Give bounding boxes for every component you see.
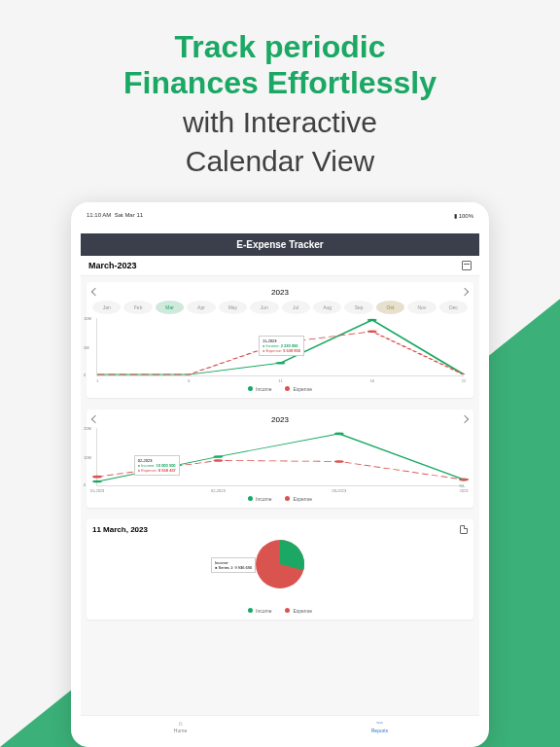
month-chip[interactable]: Jul bbox=[282, 301, 310, 314]
legend: Income Expense bbox=[92, 386, 468, 392]
chevron-left-icon[interactable] bbox=[91, 415, 99, 423]
month-chip-active[interactable]: Mar bbox=[156, 301, 184, 314]
card-daily-chart: 2023 Jan Feb Mar Apr May Jun Jul Aug Sep… bbox=[87, 282, 473, 398]
headline-sub2: Calendar View bbox=[39, 144, 521, 179]
month-chip[interactable]: Feb bbox=[123, 301, 152, 314]
calendar-icon[interactable] bbox=[462, 261, 472, 270]
svg-point-10 bbox=[334, 460, 344, 463]
card-pie-chart: 11 March, 2023 Income: ● Series 1: 9 936… bbox=[87, 519, 473, 620]
svg-point-0 bbox=[276, 362, 286, 365]
chevron-left-icon[interactable] bbox=[91, 288, 99, 296]
bottom-nav: ⌂ Home 〰 Reports bbox=[81, 715, 479, 737]
status-bar: 11:10 AM Sat Mar 11 ▮ 100% bbox=[87, 212, 473, 219]
month-chip[interactable]: Jan bbox=[92, 301, 121, 314]
headline: Track periodic Finances Effortlessly wit… bbox=[0, 0, 560, 189]
month-chip[interactable]: Jun bbox=[250, 301, 278, 314]
chevron-right-icon[interactable] bbox=[461, 288, 469, 296]
pie-tooltip: Income: ● Series 1: 9 936 690 bbox=[211, 557, 256, 573]
month-chip[interactable]: Aug bbox=[313, 301, 341, 314]
legend: Income Expense bbox=[92, 608, 468, 614]
month-chip[interactable]: Dec bbox=[439, 301, 468, 314]
chart-tooltip: 11-2023 ● Income: 2 230 050 ● Expense: 5… bbox=[259, 336, 304, 357]
chevron-right-icon[interactable] bbox=[461, 415, 469, 423]
svg-point-6 bbox=[334, 432, 344, 435]
svg-point-3 bbox=[368, 330, 377, 333]
note-icon[interactable] bbox=[460, 525, 468, 534]
svg-point-1 bbox=[368, 318, 377, 321]
month-chip[interactable]: May bbox=[219, 301, 247, 314]
month-label: March-2023 bbox=[88, 261, 137, 270]
svg-point-4 bbox=[92, 480, 102, 482]
card-monthly-chart: 2023 20M 10M 0 01-2023 02-2023 03-2023 0… bbox=[87, 409, 473, 508]
reports-icon: 〰 bbox=[280, 720, 479, 727]
month-chip[interactable]: Apr bbox=[187, 301, 215, 314]
svg-point-11 bbox=[459, 478, 469, 480]
month-chip[interactable]: Oct bbox=[376, 301, 404, 314]
pie-date: 11 March, 2023 bbox=[92, 525, 148, 534]
svg-point-8 bbox=[92, 475, 102, 478]
month-bar: March-2023 bbox=[81, 256, 479, 276]
status-time: 11:10 AM Sat Mar 11 bbox=[87, 212, 143, 219]
nav-home[interactable]: ⌂ Home bbox=[81, 716, 280, 737]
app: E-Expense Tracker March-2023 2023 Jan Fe… bbox=[81, 233, 479, 737]
month-chip[interactable]: Nov bbox=[407, 301, 436, 314]
pie-chart[interactable]: Income: ● Series 1: 9 936 690 bbox=[92, 534, 468, 598]
tablet-frame: 11:10 AM Sat Mar 11 ▮ 100% E-Expense Tra… bbox=[71, 202, 489, 747]
month-chips: Jan Feb Mar Apr May Jun Jul Aug Sep Oct … bbox=[92, 301, 468, 314]
daily-line-chart[interactable]: 10M 5M 0 1 6 11 16 22 11-2023 ● bbox=[96, 318, 464, 376]
home-icon: ⌂ bbox=[81, 720, 280, 727]
monthly-line-chart[interactable]: 20M 10M 0 01-2023 02-2023 03-2023 04-202… bbox=[96, 428, 464, 486]
svg-point-5 bbox=[214, 455, 224, 458]
card1-year: 2023 bbox=[271, 288, 289, 297]
headline-sub1: with Interactive bbox=[39, 105, 521, 140]
app-header: E-Expense Tracker bbox=[81, 233, 479, 256]
svg-point-9 bbox=[214, 459, 224, 462]
headline-line2: Finances Effortlessly bbox=[39, 65, 521, 101]
card2-year: 2023 bbox=[271, 415, 289, 424]
nav-reports[interactable]: 〰 Reports bbox=[280, 716, 479, 737]
month-chip[interactable]: Sep bbox=[344, 301, 372, 314]
chart-tooltip: 02-2023 ● Income: 10 000 500 ● Expense: … bbox=[134, 455, 180, 477]
legend: Income Expense bbox=[92, 496, 468, 502]
status-battery: ▮ 100% bbox=[454, 212, 473, 219]
headline-line1: Track periodic bbox=[39, 29, 521, 65]
